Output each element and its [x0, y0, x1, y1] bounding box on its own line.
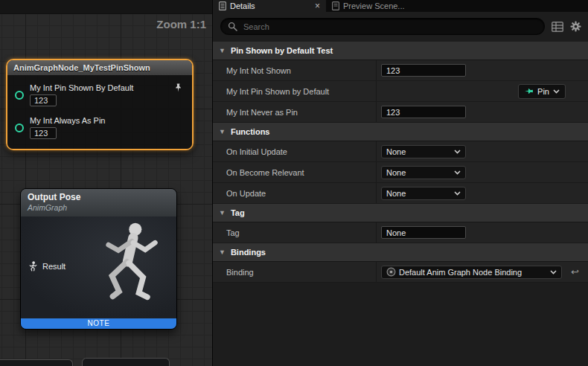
partial-node[interactable] [82, 358, 170, 366]
on-initial-update-dropdown[interactable]: None [381, 145, 466, 158]
property-row: My Int Never as Pin [213, 102, 588, 123]
output-pose-title: Output Pose [28, 192, 170, 203]
view-options-icon[interactable] [552, 22, 563, 32]
tab-preview-scene-label: Preview Scene... [343, 1, 405, 10]
category-title: Tag [231, 208, 245, 217]
property-label: My Int Never as Pin [213, 102, 377, 122]
my-int-never-as-pin-input[interactable] [381, 106, 466, 118]
property-row: My Int Pin Shown by Default Pin [213, 81, 588, 102]
panel-empty-area [213, 283, 588, 366]
my-int-not-shown-input[interactable] [381, 64, 466, 77]
pin-row: My Int Always As Pin [15, 116, 186, 139]
graph-top-strip [0, 0, 212, 14]
note-banner[interactable]: NOTE [21, 318, 176, 329]
property-label: On Become Relevant [213, 162, 377, 182]
property-row: On Update None [213, 183, 588, 204]
output-pose-body: Result [21, 216, 176, 318]
pin-row: My Int Pin Shown By Default [15, 83, 186, 106]
property-row: My Int Not Shown [213, 60, 588, 81]
tab-details-label: Details [230, 1, 255, 10]
search-input[interactable] [242, 22, 537, 32]
chevron-down-icon [454, 170, 461, 175]
property-row: On Initial Update None [213, 141, 588, 162]
tag-input[interactable] [381, 226, 466, 239]
pushpin-icon[interactable] [173, 83, 183, 96]
app-root: Zoom 1:1 AnimGraphNode_MyTestPinShown My… [0, 0, 588, 366]
property-value [377, 60, 588, 80]
chevron-down-icon [454, 150, 461, 154]
pose-pin-icon[interactable] [28, 261, 38, 272]
details-panel: Details × Preview Scene... [212, 0, 588, 366]
chevron-down-icon[interactable]: ▼ [219, 47, 226, 54]
pin-icon [524, 86, 534, 96]
search-row [213, 12, 588, 42]
zoom-indicator: Zoom 1:1 [156, 18, 206, 30]
binding-dropdown[interactable]: Default Anim Graph Node Binding [381, 266, 562, 279]
chevron-down-icon[interactable]: ▼ [219, 128, 226, 135]
pin-visibility-dropdown[interactable]: Pin [518, 84, 566, 99]
close-tab-icon[interactable]: × [315, 1, 320, 10]
pin-content: My Int Always As Pin [30, 116, 105, 139]
pin-content: My Int Pin Shown By Default [30, 83, 133, 106]
category-title: Functions [231, 127, 270, 136]
result-pin-label: Result [42, 262, 65, 271]
property-label: On Initial Update [213, 141, 377, 161]
category-header-functions[interactable]: ▼ Functions [213, 123, 588, 141]
chevron-down-icon [454, 191, 461, 196]
node-title-bar[interactable]: AnimGraphNode_MyTestPinShown [7, 60, 192, 75]
pin-label: My Int Always As Pin [30, 116, 105, 125]
dropdown-value: None [386, 189, 451, 198]
property-value: None [377, 162, 588, 182]
document-icon [332, 1, 339, 10]
node-body: My Int Pin Shown By Default My Int Alway… [7, 75, 192, 149]
property-label: My Int Not Shown [213, 60, 377, 80]
document-icon [219, 1, 226, 10]
property-value: Default Anim Graph Node Binding ↩ [377, 262, 588, 282]
property-label: Binding [213, 262, 377, 282]
property-list: ▼ Pin Shown by Default Test My Int Not S… [213, 42, 588, 366]
property-label: On Update [213, 183, 377, 203]
dropdown-value: None [386, 147, 451, 156]
on-update-dropdown[interactable]: None [381, 187, 466, 200]
property-label: My Int Pin Shown by Default [213, 81, 377, 101]
anim-graph-node-selected[interactable]: AnimGraphNode_MyTestPinShown My Int Pin … [6, 59, 194, 150]
category-title: Pin Shown by Default Test [231, 46, 333, 55]
chevron-down-icon[interactable]: ▼ [219, 248, 226, 256]
mannequin-figure [90, 218, 175, 317]
category-header-tag[interactable]: ▼ Tag [213, 204, 588, 222]
tab-preview-scene[interactable]: Preview Scene... [326, 0, 411, 12]
pin-value-input[interactable] [30, 94, 57, 106]
reset-to-default-icon[interactable]: ↩ [571, 267, 579, 277]
category-header-bindings[interactable]: ▼ Bindings [213, 243, 588, 262]
property-row: Tag [213, 222, 588, 243]
tab-details[interactable]: Details × [213, 0, 326, 12]
graph-canvas[interactable]: Zoom 1:1 AnimGraphNode_MyTestPinShown My… [0, 0, 212, 366]
output-pose-node[interactable]: Output Pose AnimGraph [20, 188, 177, 330]
chevron-down-icon[interactable]: ▼ [219, 209, 226, 216]
search-box[interactable] [220, 18, 545, 35]
result-pin[interactable]: Result [28, 261, 65, 272]
property-value: Pin [377, 81, 588, 101]
property-label: Tag [213, 222, 377, 243]
property-row: Binding Default Anim Graph Node Binding … [213, 262, 588, 283]
settings-gear-icon[interactable] [570, 21, 581, 32]
binding-icon [386, 267, 396, 277]
property-value [377, 102, 588, 122]
chevron-down-icon [553, 89, 560, 94]
output-pose-header[interactable]: Output Pose AnimGraph [21, 189, 176, 216]
property-row: On Become Relevant None [213, 162, 588, 183]
chevron-down-icon [550, 270, 557, 274]
on-become-relevant-dropdown[interactable]: None [381, 166, 466, 179]
pin-button-label: Pin [537, 87, 549, 96]
partial-node[interactable] [0, 359, 73, 366]
int-pin-icon[interactable] [15, 123, 24, 132]
int-pin-icon[interactable] [15, 91, 24, 100]
property-value [377, 222, 588, 243]
output-pose-subtitle: AnimGraph [28, 203, 170, 213]
category-title: Bindings [231, 248, 266, 257]
dropdown-value: None [386, 168, 451, 177]
tab-bar: Details × Preview Scene... [213, 0, 588, 12]
pin-value-input[interactable] [30, 127, 57, 139]
pin-label: My Int Pin Shown By Default [30, 83, 133, 92]
category-header-pin-shown-by-default-test[interactable]: ▼ Pin Shown by Default Test [213, 42, 588, 60]
